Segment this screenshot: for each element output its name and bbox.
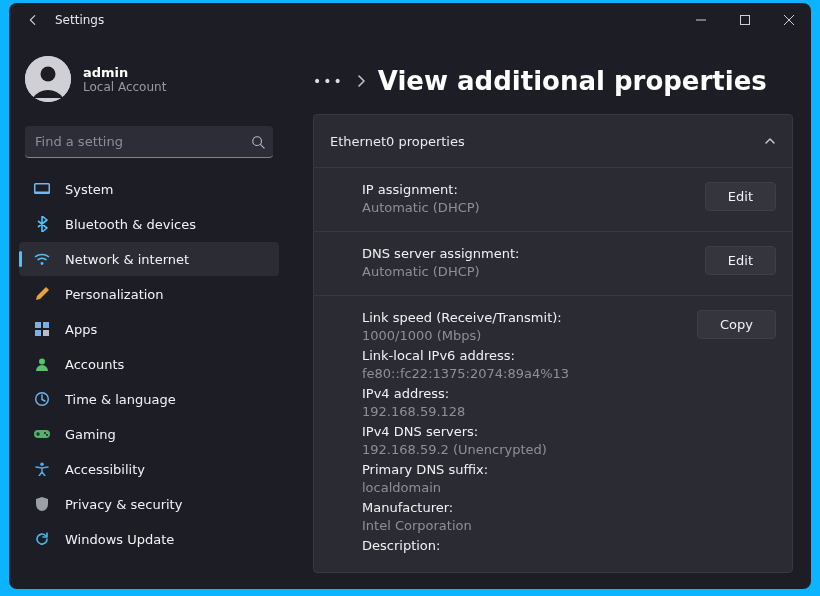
sidebar-item-apps[interactable]: Apps bbox=[19, 312, 279, 346]
detail-value: fe80::fc22:1375:2074:89a4%13 bbox=[362, 366, 697, 381]
sidebar-item-label: Network & internet bbox=[65, 252, 189, 267]
svg-point-5 bbox=[41, 67, 56, 82]
detail-value: Intel Corporation bbox=[362, 518, 697, 533]
detail-value: localdomain bbox=[362, 480, 697, 495]
user-block[interactable]: admin Local Account bbox=[17, 48, 281, 110]
sidebar-item-label: Accounts bbox=[65, 357, 124, 372]
user-name: admin bbox=[83, 65, 166, 80]
svg-point-18 bbox=[44, 432, 46, 434]
search-box[interactable] bbox=[25, 126, 273, 158]
close-icon bbox=[784, 15, 794, 25]
scroll-area[interactable]: Ethernet0 properties IP assignment: Auto… bbox=[289, 114, 809, 589]
accessibility-icon bbox=[33, 460, 51, 478]
detail-row: IPv4 DNS servers:192.168.59.2 (Unencrypt… bbox=[362, 424, 697, 457]
sidebar-item-privacy[interactable]: Privacy & security bbox=[19, 487, 279, 521]
arrow-left-icon bbox=[26, 13, 40, 27]
personalization-icon bbox=[33, 285, 51, 303]
search-input[interactable] bbox=[35, 134, 241, 149]
detail-row: Link-local IPv6 address:fe80::fc22:1375:… bbox=[362, 348, 697, 381]
detail-label: IPv4 DNS servers: bbox=[362, 424, 697, 439]
sidebar-item-label: Windows Update bbox=[65, 532, 174, 547]
privacy-icon bbox=[33, 495, 51, 513]
svg-rect-14 bbox=[43, 330, 49, 336]
chevron-up-icon bbox=[764, 135, 776, 147]
ip-assignment-section: IP assignment: Automatic (DHCP) Edit bbox=[314, 168, 792, 231]
nav: SystemBluetooth & devicesNetwork & inter… bbox=[17, 172, 281, 557]
edit-dns-button[interactable]: Edit bbox=[705, 246, 776, 275]
svg-point-19 bbox=[46, 434, 48, 436]
close-button[interactable] bbox=[767, 3, 811, 36]
ethernet-properties-card: Ethernet0 properties IP assignment: Auto… bbox=[313, 114, 793, 573]
network-icon bbox=[33, 250, 51, 268]
sidebar-item-gaming[interactable]: Gaming bbox=[19, 417, 279, 451]
details-list: Link speed (Receive/Transmit):1000/1000 … bbox=[362, 310, 697, 556]
sidebar-item-network[interactable]: Network & internet bbox=[19, 242, 279, 276]
titlebar: Settings bbox=[9, 3, 811, 36]
detail-label: Manufacturer: bbox=[362, 500, 697, 515]
details-section: Link speed (Receive/Transmit):1000/1000 … bbox=[314, 295, 792, 572]
maximize-icon bbox=[740, 15, 750, 25]
sidebar-item-accounts[interactable]: Accounts bbox=[19, 347, 279, 381]
card-header[interactable]: Ethernet0 properties bbox=[314, 115, 792, 167]
sidebar-item-label: System bbox=[65, 182, 113, 197]
sidebar-item-label: Apps bbox=[65, 322, 97, 337]
minimize-button[interactable] bbox=[679, 3, 723, 36]
chevron-right-icon bbox=[356, 75, 366, 87]
edit-ip-button[interactable]: Edit bbox=[705, 182, 776, 211]
ip-assignment-value: Automatic (DHCP) bbox=[362, 200, 705, 215]
svg-rect-1 bbox=[741, 15, 750, 24]
detail-value: 1000/1000 (Mbps) bbox=[362, 328, 697, 343]
user-subtitle: Local Account bbox=[83, 80, 166, 94]
detail-label: IPv4 address: bbox=[362, 386, 697, 401]
sidebar-item-bluetooth[interactable]: Bluetooth & devices bbox=[19, 207, 279, 241]
sidebar-item-accessibility[interactable]: Accessibility bbox=[19, 452, 279, 486]
user-icon bbox=[25, 56, 71, 102]
svg-rect-13 bbox=[35, 330, 41, 336]
gaming-icon bbox=[33, 425, 51, 443]
dns-assignment-label: DNS server assignment: bbox=[362, 246, 705, 261]
bluetooth-icon bbox=[33, 215, 51, 233]
sidebar-item-label: Privacy & security bbox=[65, 497, 182, 512]
breadcrumb-ellipsis[interactable]: ••• bbox=[313, 73, 344, 89]
detail-label: Primary DNS suffix: bbox=[362, 462, 697, 477]
detail-value: 192.168.59.128 bbox=[362, 404, 697, 419]
maximize-button[interactable] bbox=[723, 3, 767, 36]
content: ••• View additional properties Ethernet0… bbox=[289, 36, 811, 589]
sidebar-item-update[interactable]: Windows Update bbox=[19, 522, 279, 556]
window-controls bbox=[679, 3, 811, 36]
dns-assignment-value: Automatic (DHCP) bbox=[362, 264, 705, 279]
window-body: admin Local Account SystemBluetooth & de… bbox=[9, 36, 811, 589]
breadcrumb: ••• View additional properties bbox=[289, 36, 809, 114]
svg-point-10 bbox=[41, 262, 44, 265]
back-button[interactable] bbox=[19, 6, 47, 34]
svg-rect-9 bbox=[36, 185, 49, 192]
sidebar-item-label: Time & language bbox=[65, 392, 176, 407]
card-title: Ethernet0 properties bbox=[330, 134, 465, 149]
svg-point-15 bbox=[39, 359, 45, 365]
svg-rect-12 bbox=[43, 322, 49, 328]
sidebar-item-timelang[interactable]: Time & language bbox=[19, 382, 279, 416]
window-title: Settings bbox=[55, 13, 104, 27]
system-icon bbox=[33, 180, 51, 198]
sidebar-item-system[interactable]: System bbox=[19, 172, 279, 206]
timelang-icon bbox=[33, 390, 51, 408]
apps-icon bbox=[33, 320, 51, 338]
settings-window: Settings admin Local Account bbox=[9, 3, 811, 589]
sidebar-item-personalization[interactable]: Personalization bbox=[19, 277, 279, 311]
detail-label: Description: bbox=[362, 538, 697, 553]
detail-label: Link-local IPv6 address: bbox=[362, 348, 697, 363]
ip-assignment-label: IP assignment: bbox=[362, 182, 705, 197]
detail-row: Manufacturer:Intel Corporation bbox=[362, 500, 697, 533]
detail-row: IPv4 address:192.168.59.128 bbox=[362, 386, 697, 419]
sidebar-item-label: Gaming bbox=[65, 427, 116, 442]
svg-line-7 bbox=[261, 144, 265, 148]
svg-point-6 bbox=[253, 136, 262, 145]
detail-row: Primary DNS suffix:localdomain bbox=[362, 462, 697, 495]
detail-value: 192.168.59.2 (Unencrypted) bbox=[362, 442, 697, 457]
detail-row: Link speed (Receive/Transmit):1000/1000 … bbox=[362, 310, 697, 343]
svg-rect-11 bbox=[35, 322, 41, 328]
copy-button[interactable]: Copy bbox=[697, 310, 776, 339]
detail-label: Link speed (Receive/Transmit): bbox=[362, 310, 697, 325]
search-icon bbox=[251, 135, 265, 149]
card-body: IP assignment: Automatic (DHCP) Edit DNS… bbox=[314, 167, 792, 572]
